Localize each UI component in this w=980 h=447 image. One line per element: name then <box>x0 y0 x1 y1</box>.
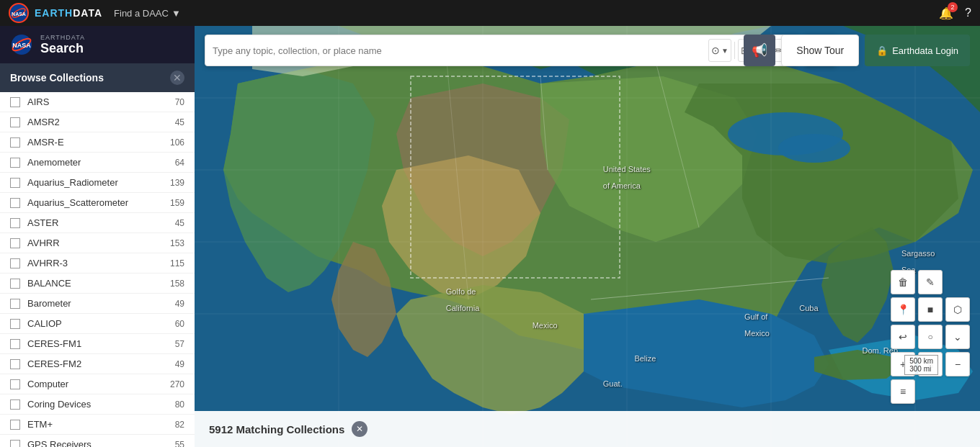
search-box: ⊙ ▼ ⊞ ▼ ✏ <box>205 35 798 66</box>
list-item-count: 80 <box>163 399 184 410</box>
notification-button[interactable]: 🔔 2 <box>939 6 953 20</box>
list-item-checkbox[interactable] <box>10 218 20 228</box>
list-item-checkbox[interactable] <box>10 198 20 208</box>
list-item[interactable]: CERES-FM2 49 <box>0 354 195 374</box>
list-item[interactable]: Barometer 49 <box>0 294 195 314</box>
matching-close-button[interactable]: ✕ <box>352 421 368 437</box>
list-item[interactable]: GPS Receivers 55 <box>0 435 195 447</box>
edit-button[interactable]: ✎ <box>918 270 943 294</box>
list-item[interactable]: Aquarius_Radiometer 139 <box>0 173 195 193</box>
list-item-count: 45 <box>163 117 184 127</box>
nasa-logo-icon: NASA <box>9 3 29 23</box>
list-item-checkbox[interactable] <box>10 399 20 410</box>
list-item-name: CERES-FM2 <box>27 358 163 369</box>
list-item-checkbox[interactable] <box>10 178 20 188</box>
list-item-checkbox[interactable] <box>10 258 20 268</box>
map-background <box>195 26 980 447</box>
main-content: NASA EARTHDATA Search Browse Collections… <box>0 26 980 447</box>
list-item[interactable]: Anemometer 64 <box>0 153 195 173</box>
list-item-name: GPS Receivers <box>27 439 163 447</box>
spatial-chevron-icon: ▼ <box>721 47 729 55</box>
list-item[interactable]: Aquarius_Scatterometer 159 <box>0 193 195 213</box>
announce-button[interactable]: 📢 <box>744 35 775 66</box>
list-item-checkbox[interactable] <box>10 420 20 430</box>
list-item[interactable]: CERES-FM1 57 <box>0 334 195 354</box>
matching-count: 5912 Matching Collections <box>209 423 344 435</box>
list-item-name: Computer <box>27 379 163 389</box>
layers-button[interactable]: ≡ <box>891 379 915 404</box>
browse-collections-bar: Browse Collections ✕ <box>0 63 195 92</box>
list-item-checkbox[interactable] <box>10 158 20 168</box>
list-item[interactable]: Computer 270 <box>0 374 195 394</box>
list-item-count: 55 <box>163 440 184 448</box>
scale-bar: 500 km 300 mi <box>904 355 938 375</box>
sidebar-brand-top: EARTHDATA <box>40 34 85 41</box>
announce-icon: 📢 <box>752 42 767 58</box>
list-item[interactable]: Coring Devices 80 <box>0 394 195 415</box>
list-item-count: 159 <box>163 198 184 208</box>
list-item[interactable]: AVHRR-3 115 <box>0 253 195 274</box>
polygon-button[interactable]: ⬡ <box>945 297 970 322</box>
zoom-out-button[interactable]: − <box>945 352 970 376</box>
list-item-checkbox[interactable] <box>10 319 20 329</box>
list-item-count: 49 <box>163 359 184 369</box>
login-button[interactable]: 🔒 Earthdata Login <box>865 35 970 66</box>
list-item-count: 139 <box>163 178 184 188</box>
list-item-name: CERES-FM1 <box>27 338 163 349</box>
undo-button[interactable]: ↩ <box>891 325 915 349</box>
list-item-count: 57 <box>163 339 184 349</box>
chevron-down-button[interactable]: ⌄ <box>945 325 970 349</box>
help-button[interactable]: ? <box>965 6 971 19</box>
matching-collections-bar: 5912 Matching Collections ✕ <box>195 411 980 447</box>
find-daac-menu[interactable]: Find a DAAC ▼ <box>114 8 181 19</box>
list-item[interactable]: AMSR2 45 <box>0 112 195 132</box>
show-tour-button[interactable]: Show Tour <box>781 35 859 66</box>
list-item[interactable]: AMSR-E 106 <box>0 132 195 153</box>
list-item-checkbox[interactable] <box>10 299 20 309</box>
list-item[interactable]: ASTER 45 <box>0 213 195 233</box>
list-item-checkbox[interactable] <box>10 117 20 127</box>
list-item-count: 106 <box>163 137 184 148</box>
list-item-checkbox[interactable] <box>10 379 20 389</box>
scale-km: 500 km <box>909 357 933 365</box>
trash-button[interactable]: 🗑 <box>891 270 915 294</box>
list-item-count: 64 <box>163 158 184 168</box>
top-nav-logo: NASA EARTHDATA <box>9 3 102 23</box>
list-item-count: 158 <box>163 279 184 289</box>
list-item-checkbox[interactable] <box>10 339 20 349</box>
globe-button[interactable]: ○ <box>918 325 943 349</box>
list-item[interactable]: AVHRR 153 <box>0 233 195 253</box>
list-item[interactable]: ETM+ 82 <box>0 415 195 435</box>
scale-mi: 300 mi <box>909 365 933 373</box>
marker-button[interactable]: 📍 <box>891 297 915 322</box>
list-item-name: ETM+ <box>27 419 163 430</box>
list-item-checkbox[interactable] <box>10 440 20 448</box>
list-item[interactable]: CALIOP 60 <box>0 314 195 334</box>
list-item-checkbox[interactable] <box>10 97 20 107</box>
lock-icon: 🔒 <box>876 45 888 56</box>
sidebar-nasa-logo-icon: NASA <box>10 33 33 56</box>
notification-badge: 2 <box>948 2 958 12</box>
sidebar: NASA EARTHDATA Search Browse Collections… <box>0 26 195 447</box>
browse-collections-close-button[interactable]: ✕ <box>170 71 184 85</box>
list-item[interactable]: AIRS 70 <box>0 92 195 112</box>
list-item-name: AVHRR-3 <box>27 258 163 268</box>
list-item-name: AMSR2 <box>27 117 163 127</box>
list-item-checkbox[interactable] <box>10 359 20 369</box>
list-item-count: 115 <box>163 258 184 268</box>
spatial-filter-button[interactable]: ⊙ ▼ <box>708 39 731 62</box>
list-item-name: AMSR-E <box>27 137 163 148</box>
search-input[interactable] <box>213 45 708 56</box>
list-item-checkbox[interactable] <box>10 137 20 148</box>
svg-point-8 <box>778 134 850 163</box>
list-item-count: 70 <box>163 97 184 107</box>
list-item-checkbox[interactable] <box>10 238 20 248</box>
list-item-count: 60 <box>163 319 184 329</box>
sidebar-brand: EARTHDATA Search <box>40 34 85 56</box>
list-item[interactable]: BALANCE 158 <box>0 274 195 294</box>
list-item-count: 49 <box>163 299 184 309</box>
sidebar-header: NASA EARTHDATA Search <box>0 26 195 63</box>
list-item-checkbox[interactable] <box>10 279 20 289</box>
list-item-count: 82 <box>163 420 184 430</box>
square-button[interactable]: ■ <box>918 297 943 322</box>
